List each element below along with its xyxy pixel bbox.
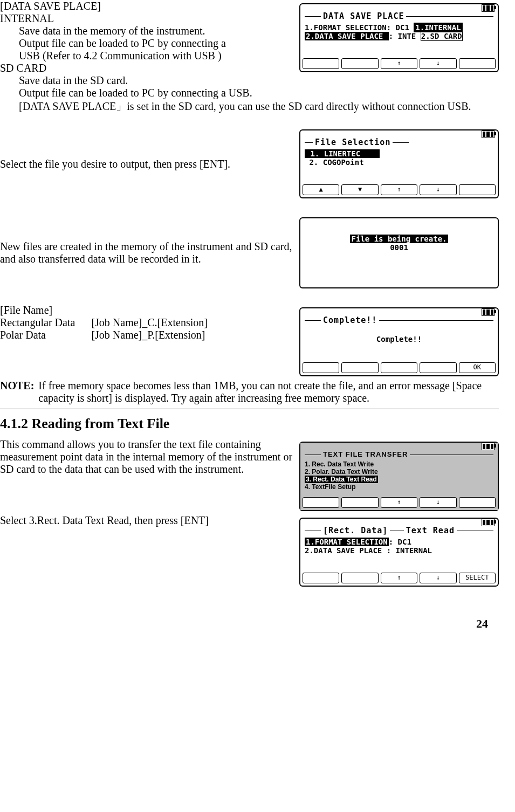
status-message: File is being create. — [350, 235, 448, 243]
text: Select the file you desire to output, th… — [0, 158, 294, 170]
screen-title-right: Text Read — [404, 526, 457, 535]
divider — [0, 409, 499, 409]
text: USB (Refer to 4.2 Communication with USB… — [19, 50, 294, 62]
softkey[interactable] — [303, 573, 339, 583]
screen-data-save-place: DATA SAVE PLACE 1.FORMAT SELECTION: DC1 … — [299, 3, 499, 72]
section-heading: 4.1.2 Reading from Text File — [0, 416, 499, 432]
battery-icon — [482, 130, 495, 138]
softkey-up[interactable]: ↑ — [381, 184, 417, 195]
label: Rectangular Data — [0, 316, 91, 329]
text: Select 3.Rect. Data Text Read, then pres… — [0, 514, 294, 527]
softkey[interactable] — [341, 362, 378, 373]
softkey[interactable] — [420, 362, 456, 373]
page-number: 24 — [0, 617, 499, 631]
text: New files are created in the memory of t… — [0, 240, 294, 265]
softkey-down[interactable]: ↓ — [420, 573, 456, 583]
screen-file-creating: File is being create. 0001 — [299, 217, 499, 288]
softkey[interactable] — [381, 362, 417, 373]
softkey-down[interactable]: ↓ — [420, 184, 456, 195]
battery-icon — [482, 4, 495, 12]
text: Output file can be loaded to PC by conne… — [19, 87, 499, 99]
text: Save data in the memory of the instrumen… — [19, 25, 294, 37]
softkey-up[interactable]: ↑ — [381, 573, 417, 583]
option-sdcard: SD CARD — [0, 62, 294, 74]
value: : INTE — [389, 32, 416, 40]
value: [Job Name]_C.[Extension] — [91, 316, 224, 329]
softkey[interactable] — [459, 184, 496, 195]
softkey-up[interactable]: ↑ — [381, 497, 417, 508]
counter: 0001 — [305, 243, 493, 252]
softkey[interactable] — [303, 362, 339, 373]
text: This command allows you to transfer the … — [0, 438, 294, 476]
menu-item: 2.DATA SAVE PLACE — [305, 546, 387, 555]
softkey-select[interactable]: SELECT — [459, 573, 496, 583]
softkey[interactable] — [341, 58, 378, 69]
screen-title: File Selection — [313, 137, 393, 147]
softkey-ok[interactable]: OK — [459, 362, 496, 373]
text: Save data in the SD card. — [19, 74, 294, 87]
softkey[interactable] — [303, 58, 339, 69]
file-item: 2. COGOPoint — [305, 158, 409, 167]
softkey[interactable] — [341, 497, 378, 508]
option-internal: INTERNAL — [0, 12, 294, 25]
screen-title: TEXT FILE TRANSFER — [321, 450, 410, 458]
battery-icon — [482, 308, 495, 316]
heading-data-save-place: [DATA SAVE PLACE] — [0, 0, 294, 12]
menu-item: 2. Polar. Data Text Write — [305, 468, 493, 476]
screen-title: DATA SAVE PLACE — [321, 11, 406, 21]
screen-text-file-transfer: TEXT FILE TRANSFER 1. Rec. Data Text Wri… — [299, 442, 499, 511]
text: Output file can be loaded to PC by conne… — [19, 37, 294, 50]
battery-icon — [482, 443, 495, 450]
screen-rect-data-read: [Rect. Data] Text Read 1.FORMAT SELECTIO… — [299, 518, 499, 587]
battery-icon — [482, 519, 495, 526]
note-label: NOTE: — [0, 380, 38, 404]
softkey[interactable] — [341, 573, 378, 583]
screen-title: Complete!! — [321, 315, 379, 325]
label: Polar Data — [0, 329, 91, 341]
softkey-tdown[interactable]: ▼ — [341, 184, 378, 195]
softkey[interactable] — [459, 497, 496, 508]
softkey-down[interactable]: ↓ — [420, 497, 456, 508]
note-text: If free memory space becomes less than 1… — [38, 380, 499, 404]
status-message: Complete!! — [305, 327, 493, 351]
menu-item: 4. TextFile Setup — [305, 483, 493, 491]
softkey-tup[interactable]: ▲ — [303, 184, 339, 195]
menu-item-selected: 2.DATA SAVE PLACE — [305, 32, 389, 40]
softkey-down[interactable]: ↓ — [420, 58, 456, 69]
text: [DATA SAVE PLACE」is set in the SD card, … — [19, 99, 499, 114]
heading-file-name: [File Name] — [0, 304, 294, 316]
softkey-up[interactable]: ↑ — [381, 58, 417, 69]
value: [Job Name]_P.[Extension] — [91, 329, 224, 341]
screen-complete: Complete!! Complete!! OK — [299, 307, 499, 376]
softkey[interactable] — [459, 58, 496, 69]
menu-item-selected: 3. Rect. Data Text Read — [305, 476, 378, 483]
softkey[interactable] — [303, 497, 339, 508]
value: : INTERNAL — [387, 546, 432, 555]
screen-title-left: [Rect. Data] — [321, 526, 390, 535]
popup-item: 2.SD CARD — [421, 32, 463, 41]
screen-file-selection: File Selection 1. LINERTEC 2. COGOPoint … — [299, 129, 499, 198]
